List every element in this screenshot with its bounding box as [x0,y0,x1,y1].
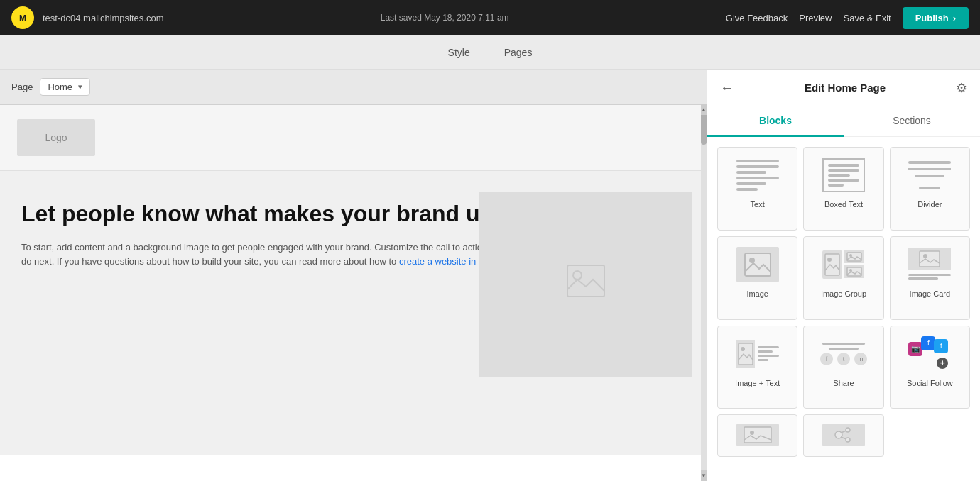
img-group-icon-3 [844,265,864,278]
svg-point-22 [846,438,850,442]
image-text-block-preview [732,335,783,373]
svg-point-3 [573,271,582,280]
svg-rect-2 [567,265,604,297]
block-partial-a[interactable] [717,414,797,457]
twitter-icon: t [934,339,948,353]
line-icon [908,161,951,164]
preview-link[interactable]: Preview [799,13,832,23]
line-icon [758,346,779,348]
block-divider-label: Divider [918,200,942,209]
line-icon [736,171,766,174]
block-image-text[interactable]: Image + Text [717,326,797,409]
block-partial-a-preview [736,424,779,446]
logo-placeholder[interactable]: Logo [17,119,95,156]
nav-left: M test-dc04.mailchimpsites.com [11,6,164,29]
back-icon[interactable]: ← [720,79,734,96]
panel-title: Edit Home Page [805,82,886,94]
mailchimp-logo: M [11,6,34,29]
line-icon [736,160,779,162]
block-social-follow[interactable]: 📷 f t + Social Follow [890,326,970,409]
instagram-icon: 📷 [908,342,922,356]
block-image-group[interactable]: Image Group [803,236,883,320]
block-divider[interactable]: Divider [890,147,970,231]
line-icon [822,343,865,345]
page-dropdown[interactable]: Home ▾ [40,78,90,96]
block-image[interactable]: Image [717,236,797,320]
tab-sections[interactable]: Sections [844,106,980,137]
tab-style[interactable]: Style [442,44,476,61]
block-text[interactable]: Text [717,147,797,231]
main-layout: Page Home ▾ Logo Let people know what ma… [0,70,980,481]
right-panel: ← Edit Home Page ⚙ Blocks Sections [707,70,980,481]
blocks-grid: Text Boxed Text [707,137,980,481]
chevron-down-icon: ▾ [78,82,82,92]
line-icon [736,177,779,179]
svg-point-15 [741,347,745,351]
block-share-label: Share [833,379,854,387]
image-block-preview [732,245,783,284]
share-icon-1: f [820,353,833,365]
settings-gear-icon[interactable]: ⚙ [956,80,967,96]
line-icon [828,184,844,187]
block-share[interactable]: f t in Share [803,326,883,409]
divider-thin-icon [908,182,951,182]
canvas-content: Logo Let people know what makes your bra… [0,105,707,481]
canvas-area: Page Home ▾ Logo Let people know what ma… [0,70,707,481]
site-url: test-dc04.mailchimpsites.com [43,13,164,23]
block-image-text-label: Image + Text [735,379,780,387]
canvas-scrollbar[interactable] [701,104,707,481]
svg-rect-16 [744,427,771,443]
panel-tabs: Blocks Sections [707,106,980,137]
block-partial-b[interactable] [803,414,883,457]
block-boxed-text-label: Boxed Text [824,200,863,209]
block-image-label: Image [746,289,768,298]
img-card-icon [908,248,951,270]
line-icon [828,169,859,172]
give-feedback-link[interactable]: Give Feedback [726,13,788,23]
logo-text: Logo [45,132,67,143]
svg-rect-12 [920,251,940,267]
share-block-preview: f t in [818,335,869,373]
boxed-text-block-preview [818,156,869,194]
line-icon [828,164,859,167]
share-icon-2: t [837,353,850,365]
image-group-block-preview [818,245,869,284]
svg-rect-14 [739,343,753,365]
mountain-image-icon [744,252,772,277]
page-value: Home [48,82,72,92]
img-text-icon [736,340,755,368]
social-follow-block-preview: 📷 f t + [904,335,955,373]
share-icon-3: in [854,353,867,365]
line-icon [758,355,779,357]
add-social-icon: + [937,358,948,369]
tab-blocks[interactable]: Blocks [707,106,844,137]
last-saved: Last saved May 18, 2020 7:11 am [381,13,509,23]
nav-right: Give Feedback Preview Save & Exit Publis… [726,7,969,29]
panel-header: ← Edit Home Page ⚙ [707,70,980,106]
publish-arrow-icon: › [953,13,956,23]
hero-image-placeholder [479,192,692,377]
line-icon [828,174,850,177]
svg-point-13 [923,254,927,258]
second-navigation: Style Pages [0,35,980,70]
svg-rect-8 [847,253,861,261]
line-icon [828,179,859,182]
scroll-down-arrow[interactable]: ▼ [701,470,707,481]
block-image-card[interactable]: Image Card [890,236,970,320]
block-boxed-text[interactable]: Boxed Text [803,147,883,231]
line-icon [829,348,859,350]
save-exit-link[interactable]: Save & Exit [844,13,891,23]
block-image-card-label: Image Card [910,289,950,298]
logo-section: Logo [0,105,707,171]
line-icon [919,187,940,189]
line-icon [908,277,938,280]
share-icons-row: f t in [820,353,867,365]
scroll-up-arrow[interactable]: ▲ [701,104,707,115]
line-icon [736,182,766,185]
image-placeholder-icon [565,260,607,310]
svg-point-17 [750,431,754,435]
page-label: Page [11,82,33,92]
publish-button[interactable]: Publish › [903,7,969,29]
tab-pages[interactable]: Pages [499,44,538,61]
svg-rect-10 [847,267,861,276]
